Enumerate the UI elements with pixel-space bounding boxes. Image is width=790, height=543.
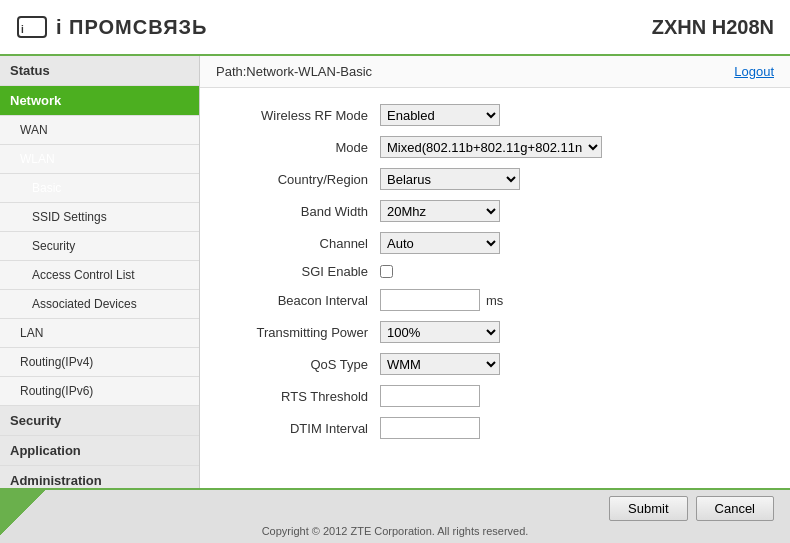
sidebar-item-wan[interactable]: WAN [0, 116, 199, 145]
dtim-label: DTIM Interval [220, 421, 380, 436]
svg-text:і: і [21, 24, 24, 35]
wireless-rf-mode-select[interactable]: Enabled Disabled [380, 104, 500, 126]
rts-row: RTS Threshold 2347 [220, 385, 770, 407]
transmitting-label: Transmitting Power [220, 325, 380, 340]
channel-row: Channel Auto 1 6 11 [220, 232, 770, 254]
sidebar-item-application[interactable]: Application [0, 436, 199, 466]
sidebar-item-administration[interactable]: Administration [0, 466, 199, 488]
cancel-button[interactable]: Cancel [696, 496, 774, 521]
sidebar-item-basic[interactable]: Basic [0, 174, 199, 203]
mode-label: Mode [220, 140, 380, 155]
sidebar: Status Network WAN WLAN Basic SSID Setti… [0, 56, 200, 488]
sidebar-item-lan[interactable]: LAN [0, 319, 199, 348]
country-select[interactable]: Belarus [380, 168, 520, 190]
wireless-rf-mode-row: Wireless RF Mode Enabled Disabled [220, 104, 770, 126]
bandwidth-label: Band Width [220, 204, 380, 219]
logo-icon: і [16, 11, 48, 43]
mode-select[interactable]: Mixed(802.11b+802.11g+802.11n [380, 136, 602, 158]
sidebar-item-network[interactable]: Network [0, 86, 199, 116]
country-label: Country/Region [220, 172, 380, 187]
device-name: ZXHN H208N [652, 16, 774, 39]
rts-input[interactable]: 2347 [380, 385, 480, 407]
transmitting-row: Transmitting Power 100% 75% 50% 25% [220, 321, 770, 343]
beacon-row: Beacon Interval 100 ms [220, 289, 770, 311]
channel-select[interactable]: Auto 1 6 11 [380, 232, 500, 254]
content-area: Path:Network-WLAN-Basic Logout Wireless … [200, 56, 790, 488]
breadcrumb-bar: Path:Network-WLAN-Basic Logout [200, 56, 790, 88]
sidebar-item-security-sub[interactable]: Security [0, 232, 199, 261]
country-row: Country/Region Belarus [220, 168, 770, 190]
sidebar-item-associated[interactable]: Associated Devices [0, 290, 199, 319]
beacon-unit: ms [486, 293, 503, 308]
footer-copyright: Copyright © 2012 ZTE Corporation. All ri… [262, 525, 529, 537]
qos-label: QoS Type [220, 357, 380, 372]
channel-label: Channel [220, 236, 380, 251]
sidebar-item-ssid[interactable]: SSID Settings [0, 203, 199, 232]
header: і і ПРОМСВЯЗЬ ZXHN H208N [0, 0, 790, 56]
logo-text: і ПРОМСВЯЗЬ [56, 16, 207, 39]
dtim-row: DTIM Interval 1 [220, 417, 770, 439]
dtim-input[interactable]: 1 [380, 417, 480, 439]
logout-link[interactable]: Logout [734, 64, 774, 79]
logo-area: і і ПРОМСВЯЗЬ [16, 11, 207, 43]
breadcrumb: Path:Network-WLAN-Basic [216, 64, 372, 79]
main-layout: Status Network WAN WLAN Basic SSID Setti… [0, 56, 790, 488]
sgi-checkbox[interactable] [380, 265, 393, 278]
submit-button[interactable]: Submit [609, 496, 687, 521]
beacon-input[interactable]: 100 [380, 289, 480, 311]
rts-label: RTS Threshold [220, 389, 380, 404]
sidebar-item-wlan[interactable]: WLAN [0, 145, 199, 174]
bandwidth-row: Band Width 20Mhz 40Mhz [220, 200, 770, 222]
bandwidth-select[interactable]: 20Mhz 40Mhz [380, 200, 500, 222]
sidebar-item-routing-ipv6[interactable]: Routing(IPv6) [0, 377, 199, 406]
wireless-rf-mode-label: Wireless RF Mode [220, 108, 380, 123]
sgi-label: SGI Enable [220, 264, 380, 279]
sidebar-item-acl[interactable]: Access Control List [0, 261, 199, 290]
sidebar-item-status[interactable]: Status [0, 56, 199, 86]
transmitting-select[interactable]: 100% 75% 50% 25% [380, 321, 500, 343]
sgi-row: SGI Enable [220, 264, 770, 279]
sidebar-item-routing-ipv4[interactable]: Routing(IPv4) [0, 348, 199, 377]
qos-select[interactable]: WMM None [380, 353, 500, 375]
mode-row: Mode Mixed(802.11b+802.11g+802.11n [220, 136, 770, 158]
beacon-label: Beacon Interval [220, 293, 380, 308]
sidebar-item-security[interactable]: Security [0, 406, 199, 436]
form-area: Wireless RF Mode Enabled Disabled Mode M… [200, 88, 790, 488]
footer-bar: Submit Cancel Copyright © 2012 ZTE Corpo… [0, 488, 790, 543]
qos-row: QoS Type WMM None [220, 353, 770, 375]
footer-buttons: Submit Cancel [16, 496, 774, 521]
